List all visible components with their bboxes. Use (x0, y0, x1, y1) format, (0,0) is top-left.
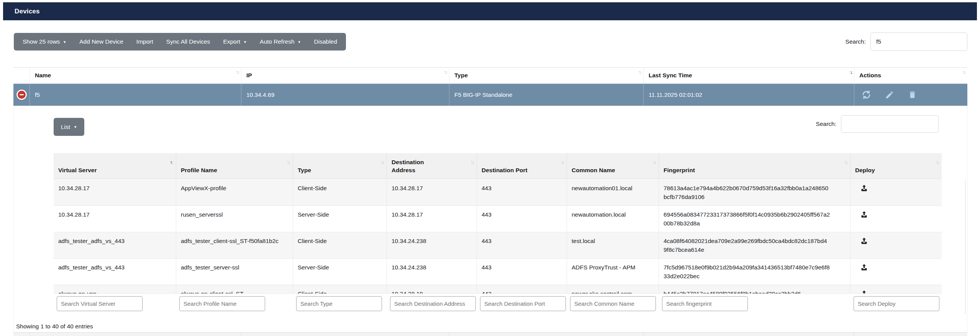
virtual-server-cell: adfs_tester_adfs_vs_443 (54, 259, 176, 285)
type-cell: Server-Side (293, 259, 387, 285)
device-ip-cell: 10.34.4.69 (241, 84, 449, 106)
upload-icon (860, 210, 868, 219)
sort-icon[interactable]: ↑↓ (236, 69, 239, 75)
common-name-cell: newautomation01.local (567, 179, 659, 206)
devices-page: Devices Show 25 rows ▼ Add New Device Im… (0, 0, 980, 336)
export-button[interactable]: Export ▼ (216, 33, 253, 51)
profiles-search: Search: (816, 115, 939, 133)
sync-all-devices-button[interactable]: Sync All Devices (160, 33, 217, 51)
type-cell: Server-Side (293, 206, 387, 232)
sort-icon[interactable]: ↑↓ (561, 158, 564, 166)
devices-search: Search: (846, 33, 967, 51)
upload-icon (860, 290, 868, 294)
column-header-destination-address[interactable]: Destination Address ↑↓ (387, 153, 477, 179)
import-button[interactable]: Import (130, 33, 160, 51)
profile-name-cell: adfs_tester_server-ssl (176, 259, 293, 285)
sort-asc-icon[interactable]: ↑↓ (170, 158, 173, 166)
filter-destination-port-input[interactable] (480, 296, 566, 311)
filter-destination-address-input[interactable] (390, 296, 476, 311)
common-name-cell: power.aka.sectrail.com (567, 285, 659, 294)
upload-icon (860, 263, 868, 271)
deploy-cell (851, 179, 942, 206)
device-type-cell: F5 BIG-IP Standalone (449, 84, 644, 106)
device-last-sync-cell: 11.11.2025 02:01:02 (644, 84, 854, 106)
add-new-device-button[interactable]: Add New Device (73, 33, 130, 51)
profiles-search-input[interactable] (841, 115, 939, 133)
disabled-button[interactable]: Disabled (308, 33, 344, 51)
deploy-upload-button[interactable] (860, 184, 868, 192)
destination-port-cell: 443 (477, 285, 567, 294)
column-header-last-sync-time[interactable]: Last Sync Time ↑↓ (644, 68, 854, 83)
table-info-text: Showing 1 to 40 of 40 entries (16, 323, 93, 330)
deploy-upload-button[interactable] (860, 210, 868, 219)
page-title: Devices (15, 8, 40, 15)
next-device-row-partial[interactable] (13, 332, 967, 336)
sync-device-button[interactable] (862, 90, 871, 99)
filter-profile-name-input[interactable] (179, 296, 265, 311)
filter-fingerprint-input[interactable] (662, 296, 748, 311)
destination-address-cell: 10.34.28.17 (387, 206, 477, 232)
list-view-button[interactable]: List ▼ (54, 118, 84, 136)
filter-type-input[interactable] (296, 296, 382, 311)
column-header-destination-port[interactable]: Destination Port ↑↓ (477, 153, 567, 179)
destination-address-cell: 10.34.24.238 (387, 259, 477, 285)
sort-icon[interactable]: ↑↓ (471, 158, 474, 166)
profiles-table-header: Virtual Server ↑↓ Profile Name ↑↓ Type ↑… (54, 153, 942, 179)
devices-table-header: Name ↑↓ IP ↑↓ Type ↑↓ Last Sync Time ↑↓ … (13, 67, 967, 83)
fingerprint-cell: 78613a4ac1e794a4b622b0670d759d53f16a32fb… (659, 179, 851, 206)
profile-name-cell: rusen_serverssl (176, 206, 293, 232)
search-input[interactable] (870, 33, 967, 51)
column-header-deploy[interactable]: Deploy ↑↓ (851, 153, 942, 179)
filter-deploy-input[interactable] (854, 296, 939, 311)
column-header-common-name[interactable]: Common Name ↑↓ (567, 153, 659, 179)
deploy-cell (851, 259, 942, 285)
type-cell: Client-Side (293, 232, 387, 258)
scrollbar-track[interactable] (965, 179, 965, 314)
column-header-name[interactable]: Name ↑↓ (30, 68, 241, 83)
sort-icon[interactable]: ↑↓ (444, 69, 447, 75)
sort-icon[interactable]: ↑↓ (936, 158, 939, 166)
page-title-bar: Devices (3, 2, 977, 20)
sort-icon[interactable]: ↑↓ (962, 69, 965, 75)
collapse-row-button[interactable] (16, 90, 27, 100)
sort-desc-icon[interactable]: ↑↓ (849, 69, 852, 75)
trash-icon (908, 90, 917, 99)
profile-row: adfs_tester_adfs_vs_443 adfs_tester_clie… (54, 232, 942, 259)
deploy-upload-button[interactable] (860, 263, 868, 271)
deploy-upload-button[interactable] (860, 290, 868, 294)
filter-common-name-input[interactable] (570, 296, 656, 311)
destination-address-cell: 10.34.24.238 (387, 232, 477, 258)
virtual-server-cell: 10.34.28.17 (54, 206, 176, 232)
upload-icon (860, 237, 868, 245)
fingerprint-cell: b445c2b77017ac4589f82556f8b1abaad39cc3bb… (659, 285, 851, 294)
delete-device-button[interactable] (908, 90, 917, 99)
destination-port-cell: 443 (477, 259, 567, 285)
sort-icon[interactable]: ↑↓ (638, 69, 641, 75)
profile-row: 10.34.28.17 rusen_serverssl Server-Side … (54, 206, 942, 232)
device-row-f5[interactable]: f5 10.34.4.69 F5 BIG-IP Standalone 11.11… (13, 84, 967, 106)
deploy-cell (851, 232, 942, 258)
fingerprint-cell: 4ca08f64082021dea709e2a99e269fbdc50ca4bd… (659, 232, 851, 258)
edit-device-button[interactable] (885, 90, 894, 99)
filter-virtual-server-input[interactable] (57, 296, 143, 311)
column-header-ip[interactable]: IP ↑↓ (241, 68, 449, 83)
expand-column-header (13, 68, 30, 83)
sort-icon[interactable]: ↑↓ (653, 158, 656, 166)
caret-down-icon: ▼ (74, 126, 77, 129)
sort-icon[interactable]: ↑↓ (287, 158, 290, 166)
profile-name-cell: adfs_tester_client-ssl_ST-f50fa81b2c (176, 232, 293, 258)
column-header-type[interactable]: Type ↑↓ (449, 68, 644, 83)
deploy-upload-button[interactable] (860, 237, 868, 245)
column-header-virtual-server[interactable]: Virtual Server ↑↓ (54, 153, 176, 179)
profiles-filter-row (54, 294, 942, 315)
column-header-type[interactable]: Type ↑↓ (293, 153, 387, 179)
column-header-fingerprint[interactable]: Fingerprint ↑↓ (659, 153, 851, 179)
auto-refresh-button[interactable]: Auto Refresh ▼ (253, 33, 307, 51)
common-name-cell: test.local (567, 232, 659, 258)
sort-icon[interactable]: ↑↓ (381, 158, 384, 166)
column-header-profile-name[interactable]: Profile Name ↑↓ (176, 153, 293, 179)
device-name-cell: f5 (30, 84, 241, 106)
destination-port-cell: 443 (477, 179, 567, 206)
sort-icon[interactable]: ↑↓ (844, 158, 847, 166)
show-rows-button[interactable]: Show 25 rows ▼ (16, 33, 73, 51)
